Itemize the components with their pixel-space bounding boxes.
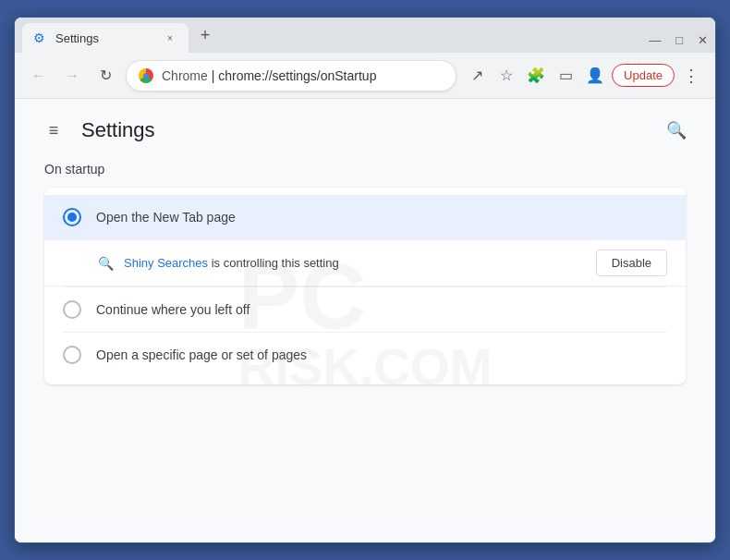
- settings-body: On startup Open the New Tab page 🔍 Shiny…: [15, 162, 715, 384]
- close-button[interactable]: ✕: [698, 33, 708, 47]
- bookmark-button[interactable]: ☆: [493, 63, 519, 89]
- page-content: PC RISK.COM ≡ Settings 🔍 On startup Open…: [15, 99, 715, 542]
- toolbar: ← → ↻ Chrome | chrome://settings/onStart…: [15, 53, 715, 99]
- minimize-button[interactable]: —: [649, 33, 661, 47]
- extension-link[interactable]: Shiny Searches: [124, 256, 208, 270]
- profile-button[interactable]: 👤: [582, 63, 608, 89]
- menu-button[interactable]: ⋮: [678, 63, 704, 89]
- refresh-button[interactable]: ↻: [92, 63, 118, 89]
- share-button[interactable]: ↗: [464, 63, 490, 89]
- active-tab[interactable]: ⚙ Settings ×: [22, 23, 189, 53]
- extension-text: Shiny Searches is controlling this setti…: [124, 256, 587, 270]
- title-bar: ⚙ Settings × + — □ ✕: [15, 18, 715, 53]
- tab-close-button[interactable]: ×: [163, 30, 177, 45]
- option-specific-page-label: Open a specific page or set of pages: [96, 347, 307, 362]
- option-specific-page[interactable]: Open a specific page or set of pages: [44, 333, 686, 377]
- tab-favicon: ⚙: [33, 30, 48, 45]
- radio-specific-page[interactable]: [63, 346, 81, 364]
- extension-suffix: is controlling this setting: [208, 256, 339, 270]
- address-text: Chrome | chrome://settings/onStartup: [162, 68, 444, 83]
- forward-button[interactable]: →: [59, 63, 85, 89]
- radio-checked-indicator: [67, 213, 77, 222]
- disable-extension-button[interactable]: Disable: [596, 250, 667, 276]
- radio-open-new-tab[interactable]: [63, 208, 81, 226]
- address-url: chrome://settings/onStartup: [218, 68, 376, 83]
- cast-button[interactable]: ▭: [553, 63, 578, 89]
- section-title: On startup: [44, 162, 686, 177]
- settings-header: ≡ Settings 🔍: [15, 99, 715, 162]
- options-card: Open the New Tab page 🔍 Shiny Searches i…: [44, 188, 686, 384]
- option-continue[interactable]: Continue where you left off: [44, 287, 686, 332]
- window-controls: — □ ✕: [649, 33, 708, 53]
- address-site-label: Chrome: [162, 68, 208, 83]
- new-tab-button[interactable]: +: [192, 22, 218, 48]
- browser-window: ⚙ Settings × + — □ ✕ ← → ↻ Chrome | chro…: [14, 17, 716, 543]
- address-favicon: [138, 67, 154, 84]
- toolbar-icons: ↗ ☆ 🧩 ▭ 👤 Update ⋮: [464, 63, 704, 89]
- chrome-logo-icon: [139, 68, 153, 83]
- option-open-new-tab[interactable]: Open the New Tab page: [44, 195, 686, 239]
- back-button[interactable]: ←: [26, 63, 52, 89]
- option-open-new-tab-label: Open the New Tab page: [96, 210, 236, 225]
- page-title: Settings: [81, 118, 155, 142]
- tab-title: Settings: [55, 31, 155, 45]
- maximize-button[interactable]: □: [675, 33, 683, 47]
- radio-continue[interactable]: [63, 300, 81, 319]
- extension-button[interactable]: 🧩: [523, 63, 549, 89]
- address-bar[interactable]: Chrome | chrome://settings/onStartup: [126, 60, 456, 91]
- extension-search-icon: 🔍: [96, 254, 115, 273]
- option-continue-label: Continue where you left off: [96, 302, 249, 317]
- update-button[interactable]: Update: [612, 64, 675, 87]
- settings-search-button[interactable]: 🔍: [660, 114, 693, 147]
- extension-notice: 🔍 Shiny Searches is controlling this set…: [44, 239, 686, 286]
- hamburger-menu-button[interactable]: ≡: [37, 114, 70, 147]
